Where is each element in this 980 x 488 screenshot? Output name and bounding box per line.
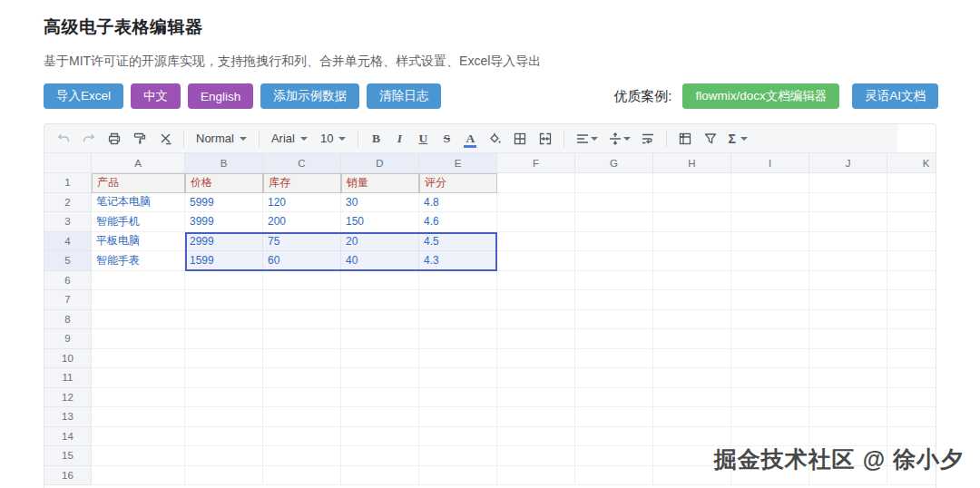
cell-C9[interactable]	[263, 329, 341, 349]
fill-color-icon[interactable]	[485, 128, 505, 150]
cell-K1[interactable]	[887, 173, 936, 193]
cell-K13[interactable]	[887, 407, 936, 427]
cell-I4[interactable]	[731, 232, 809, 252]
cell-K5[interactable]	[887, 251, 936, 271]
cell-G15[interactable]	[575, 446, 653, 466]
cell-J9[interactable]	[809, 329, 887, 349]
cell-D7[interactable]	[341, 290, 419, 310]
cell-I16[interactable]	[731, 466, 809, 486]
cell-H2[interactable]	[653, 193, 731, 213]
cell-B3[interactable]: 3999	[185, 212, 263, 232]
cell-C15[interactable]	[263, 446, 341, 466]
cell-C14[interactable]	[263, 427, 341, 447]
cell-G3[interactable]	[575, 212, 653, 232]
cell-C8[interactable]	[263, 310, 341, 330]
cell-H6[interactable]	[653, 271, 731, 291]
row-header-8[interactable]: 8	[44, 310, 92, 330]
undo-icon[interactable]	[54, 128, 74, 150]
cell-G4[interactable]	[575, 232, 653, 252]
cell-J7[interactable]	[809, 290, 887, 310]
print-icon[interactable]	[104, 128, 124, 150]
row-header-2[interactable]: 2	[44, 193, 92, 213]
cell-D2[interactable]: 30	[341, 193, 419, 213]
cell-K11[interactable]	[887, 368, 936, 388]
cell-K16[interactable]	[887, 466, 936, 486]
cell-F7[interactable]	[497, 290, 575, 310]
cell-D14[interactable]	[341, 427, 419, 447]
cell-F12[interactable]	[497, 388, 575, 408]
row-header-13[interactable]: 13	[44, 407, 92, 427]
cell-B14[interactable]	[185, 427, 263, 447]
cell-C13[interactable]	[263, 407, 341, 427]
cell-B4[interactable]: 2999	[185, 232, 263, 252]
cell-D6[interactable]	[341, 271, 419, 291]
lang-zh-button[interactable]: 中文	[131, 83, 181, 109]
row-header-7[interactable]: 7	[44, 290, 92, 310]
cell-F8[interactable]	[497, 310, 575, 330]
cell-H14[interactable]	[653, 427, 731, 447]
cell-D8[interactable]	[341, 310, 419, 330]
cell-G5[interactable]	[575, 251, 653, 271]
cell-E10[interactable]	[419, 349, 497, 369]
cell-H3[interactable]	[653, 212, 731, 232]
cell-I15[interactable]	[731, 446, 809, 466]
merge-cells-icon[interactable]	[535, 128, 555, 150]
cell-A16[interactable]	[92, 466, 185, 486]
cell-A7[interactable]	[92, 290, 185, 310]
cell-H11[interactable]	[653, 368, 731, 388]
cell-H13[interactable]	[653, 407, 731, 427]
cell-E4[interactable]: 4.5	[419, 232, 497, 252]
showcase-lingyu-button[interactable]: 灵语AI文档	[852, 83, 938, 109]
autosum-button[interactable]: Σ	[726, 128, 749, 150]
cell-E12[interactable]	[419, 388, 497, 408]
cell-format-select[interactable]: Normal	[192, 128, 250, 150]
row-header-10[interactable]: 10	[44, 349, 92, 369]
column-header-J[interactable]: J	[809, 153, 887, 173]
cell-J6[interactable]	[809, 271, 887, 291]
row-header-14[interactable]: 14	[44, 427, 92, 447]
cell-I7[interactable]	[731, 290, 809, 310]
cell-D10[interactable]	[341, 349, 419, 369]
cell-F11[interactable]	[497, 368, 575, 388]
cell-G14[interactable]	[575, 427, 653, 447]
paint-format-icon[interactable]	[130, 128, 150, 150]
cell-D15[interactable]	[341, 446, 419, 466]
cell-K9[interactable]	[887, 329, 936, 349]
cell-B8[interactable]	[185, 310, 263, 330]
cell-C6[interactable]	[263, 271, 341, 291]
cell-D1[interactable]: 销量	[341, 173, 419, 193]
cell-F3[interactable]	[497, 212, 575, 232]
cell-D9[interactable]	[341, 329, 419, 349]
cell-A14[interactable]	[92, 427, 185, 447]
cell-A2[interactable]: 笔记本电脑	[92, 193, 185, 213]
cell-H7[interactable]	[653, 290, 731, 310]
cell-F15[interactable]	[497, 446, 575, 466]
cell-J3[interactable]	[809, 212, 887, 232]
cell-C4[interactable]: 75	[263, 232, 341, 252]
cell-K12[interactable]	[887, 388, 936, 408]
column-header-I[interactable]: I	[731, 153, 809, 173]
cell-C12[interactable]	[263, 388, 341, 408]
cell-I11[interactable]	[731, 368, 809, 388]
cell-H15[interactable]	[653, 446, 731, 466]
column-header-G[interactable]: G	[575, 153, 653, 173]
cell-J11[interactable]	[809, 368, 887, 388]
cell-J1[interactable]	[809, 173, 887, 193]
cell-B11[interactable]	[185, 368, 263, 388]
cell-G7[interactable]	[575, 290, 653, 310]
cell-K4[interactable]	[887, 232, 936, 252]
cell-K15[interactable]	[887, 446, 936, 466]
strikethrough-button[interactable]: S	[437, 128, 456, 150]
cell-A11[interactable]	[92, 368, 185, 388]
column-header-D[interactable]: D	[341, 153, 419, 173]
cell-B7[interactable]	[185, 290, 263, 310]
cell-F6[interactable]	[497, 271, 575, 291]
cell-A1[interactable]: 产品	[92, 173, 185, 193]
redo-icon[interactable]	[79, 128, 99, 150]
cell-K14[interactable]	[887, 427, 936, 447]
cell-A15[interactable]	[92, 446, 185, 466]
cell-H1[interactable]	[653, 173, 731, 193]
cell-C2[interactable]: 120	[263, 193, 341, 213]
cell-H8[interactable]	[653, 310, 731, 330]
cell-B12[interactable]	[185, 388, 263, 408]
